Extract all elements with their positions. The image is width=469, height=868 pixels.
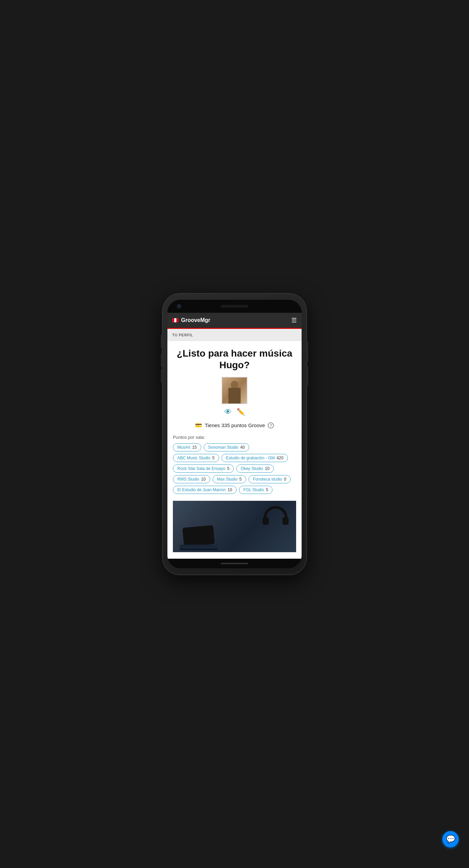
section-label: TU PERFIL bbox=[172, 333, 193, 337]
avatar-figure bbox=[226, 380, 243, 404]
avatar[interactable] bbox=[221, 377, 248, 404]
section-header: TU PERFIL bbox=[167, 329, 302, 341]
studio-tag-5[interactable]: Okey Studio 10 bbox=[236, 464, 274, 473]
app-title: GrooveMgr bbox=[181, 317, 210, 323]
points-text: Tienes 335 puntos Groove bbox=[205, 422, 265, 428]
avatar-section: 👁 ✏️ bbox=[173, 377, 296, 417]
profile-content: ¿Listo para hacer música Hugo? 👁 ✏️ 💳 Ti… bbox=[167, 341, 302, 559]
studio-tag-1[interactable]: Sonoman Studio 40 bbox=[204, 443, 249, 451]
phone-screen: GrooveMgr ☰ TU PERFIL ¿Listo para hacer … bbox=[167, 300, 302, 568]
headphones-icon bbox=[262, 504, 289, 525]
points-section: Puntos por sala: MusArt 15Sonoman Studio… bbox=[173, 435, 296, 494]
studio-tag-8[interactable]: Fonoteca studio 0 bbox=[249, 475, 291, 483]
avatar-actions: 👁 ✏️ bbox=[224, 408, 245, 417]
studio-tag-4[interactable]: Rock Star Sala de Ensayo 5 bbox=[173, 464, 234, 473]
banner-image bbox=[173, 501, 296, 552]
studio-tag-7[interactable]: Max Studio 5 bbox=[213, 475, 246, 483]
studio-tag-6[interactable]: RMS Studio 10 bbox=[173, 475, 210, 483]
book-prop bbox=[180, 545, 217, 549]
menu-button[interactable]: ☰ bbox=[291, 317, 297, 323]
app-bar-left: GrooveMgr bbox=[172, 317, 210, 323]
phone-top-bar bbox=[167, 300, 302, 313]
camera-icon bbox=[177, 304, 181, 308]
messenger-fab[interactable]: 💬 bbox=[442, 831, 459, 847]
help-icon[interactable]: ? bbox=[268, 422, 274, 429]
studio-tag-3[interactable]: Estudio de grabación - GM 420 bbox=[221, 454, 288, 462]
app-bar: GrooveMgr ☰ bbox=[167, 313, 302, 328]
points-row: 💳 Tienes 335 puntos Groove ? bbox=[173, 422, 296, 429]
reservas-section: Tus Reservas bbox=[173, 552, 296, 559]
studio-tags: MusArt 15Sonoman Studio 40ABC Music Stud… bbox=[173, 443, 296, 494]
messenger-icon: 💬 bbox=[446, 835, 455, 844]
studio-tag-2[interactable]: ABC Music Studio 5 bbox=[173, 454, 219, 462]
edit-profile-icon[interactable]: ✏️ bbox=[237, 408, 245, 417]
phone-prop bbox=[182, 525, 215, 547]
points-section-label: Puntos por sala: bbox=[173, 435, 296, 440]
studio-tag-9[interactable]: El Estudio de Juan Marron 10 bbox=[173, 486, 237, 494]
studio-tag-0[interactable]: MusArt 15 bbox=[173, 443, 201, 451]
greeting-title: ¿Listo para hacer música Hugo? bbox=[173, 348, 296, 371]
phone-bottom-bar bbox=[167, 559, 302, 568]
app-screen: GrooveMgr ☰ TU PERFIL ¿Listo para hacer … bbox=[167, 313, 302, 559]
studio-tag-10[interactable]: FGL Studio 5 bbox=[239, 486, 272, 494]
view-profile-icon[interactable]: 👁 bbox=[224, 408, 232, 417]
speaker bbox=[221, 305, 248, 308]
peru-flag bbox=[172, 318, 178, 322]
home-indicator bbox=[221, 563, 248, 564]
card-icon: 💳 bbox=[195, 422, 202, 429]
phone-device: GrooveMgr ☰ TU PERFIL ¿Listo para hacer … bbox=[163, 294, 306, 574]
